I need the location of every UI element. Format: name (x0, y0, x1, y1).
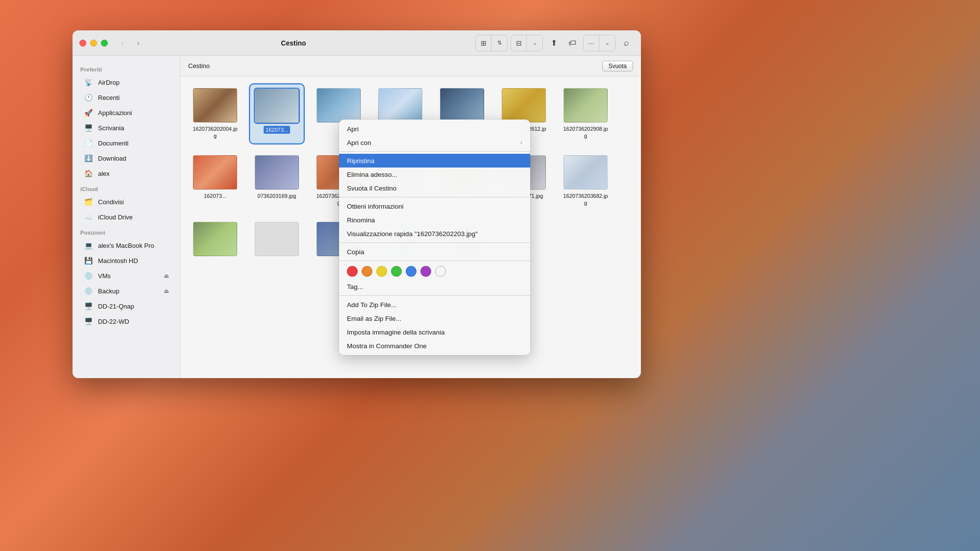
sidebar-item-label-scrivania: Scrivania (98, 124, 124, 132)
file-name: 162073... (204, 192, 226, 199)
file-thumbnail (193, 88, 237, 122)
file-thumbnail (317, 88, 361, 122)
sidebar-item-download[interactable]: ⬇️ Download (75, 151, 177, 166)
more-button[interactable]: ··· (584, 35, 599, 51)
file-name: 162073... (264, 126, 290, 134)
backup-icon: 💿 (83, 286, 93, 296)
sidebar-item-documenti[interactable]: 📄 Documenti (75, 136, 177, 150)
color-dot-yellow[interactable] (376, 266, 387, 277)
cm-separator (339, 197, 530, 197)
color-dot-orange[interactable] (362, 266, 372, 277)
file-thumbnail (502, 88, 546, 122)
file-thumbnail (564, 88, 608, 122)
view-toggle-group: ⊞ ⇅ (475, 35, 508, 51)
file-item[interactable] (188, 218, 242, 263)
minimize-button[interactable] (90, 40, 97, 47)
airdrop-icon: 📡 (83, 77, 93, 87)
vms-eject-icon[interactable]: ⏏ (164, 272, 169, 279)
cm-item-ottieni[interactable]: Ottieni informazioni (339, 199, 530, 213)
backup-eject-icon[interactable]: ⏏ (164, 287, 169, 294)
back-button[interactable]: ‹ (116, 36, 129, 50)
sidebar-item-label-applicazioni: Applicazioni (98, 109, 132, 117)
cm-item-visualizza[interactable]: Visualizzazione rapida "1620736202203.jp… (339, 227, 530, 240)
window-title: Cestino (151, 39, 436, 47)
sidebar-item-label-backup: Backup (98, 287, 119, 295)
group-sort-button[interactable]: ⌄ (527, 35, 542, 51)
sidebar-item-airdrop[interactable]: 📡 AirDrop (75, 75, 177, 90)
color-dot-none[interactable] (435, 266, 446, 277)
sidebar-item-dd22[interactable]: 🖥️ DD-22-WD (75, 314, 177, 329)
icloud-drive-icon: ☁️ (83, 212, 93, 222)
cm-item-svuota[interactable]: Svuota il Cestino (339, 181, 530, 195)
cm-item-ripristina[interactable]: Ripristina (339, 154, 530, 168)
file-item-selected[interactable]: 162073... (250, 84, 304, 144)
cm-item-copia[interactable]: Copia (339, 245, 530, 259)
tag-button[interactable]: 🏷 (564, 35, 580, 51)
cm-item-rinomina[interactable]: Rinomina (339, 213, 530, 227)
view-sort-button[interactable]: ⇅ (491, 35, 507, 51)
sidebar-item-label-documenti: Documenti (98, 140, 128, 147)
forward-button[interactable]: › (131, 36, 145, 50)
cm-separator (339, 151, 530, 152)
cm-item-add-zip[interactable]: Add To Zip File... (339, 298, 530, 311)
file-thumbnail (564, 155, 608, 190)
file-item[interactable]: 1620736202908.jpg (559, 84, 612, 144)
sidebar-item-scrivania[interactable]: 🖥️ Scrivania (75, 120, 177, 135)
file-thumbnail (255, 89, 299, 123)
file-item[interactable]: 0736203169.jpg (250, 151, 304, 211)
file-toolbar: Cestino Svuota (180, 56, 641, 76)
cm-item-apri-con[interactable]: Apri con › (339, 136, 530, 149)
color-dot-purple[interactable] (420, 266, 431, 277)
cm-item-tag[interactable]: Tag... (339, 280, 530, 293)
traffic-lights (79, 40, 108, 47)
file-item[interactable]: 1620736202004.jpg (188, 84, 242, 144)
group-button[interactable]: ⊟ (511, 35, 527, 51)
cm-item-apri[interactable]: Apri (339, 122, 530, 136)
sidebar-item-label-vms: VMs (98, 272, 111, 280)
color-dot-blue[interactable] (406, 266, 416, 277)
sidebar-item-vms[interactable]: 💿 VMs ⏏ (75, 268, 177, 283)
sidebar-item-macintosh-hd[interactable]: 💾 Macintosh HD (75, 253, 177, 268)
condivisi-icon: 🗂️ (83, 197, 93, 207)
sidebar-item-backup[interactable]: 💿 Backup ⏏ (75, 284, 177, 298)
recenti-icon: 🕐 (83, 93, 93, 102)
group-view-group: ⊟ ⌄ (511, 35, 543, 51)
cm-item-mostra[interactable]: Mostra in Commander One (339, 339, 530, 353)
color-dot-red[interactable] (347, 266, 358, 277)
file-thumbnail (193, 155, 237, 190)
sidebar-item-macbook[interactable]: 💻 alex's MacBook Pro (75, 238, 177, 253)
dd22-icon: 🖥️ (83, 316, 93, 326)
documenti-icon: 📄 (83, 138, 93, 148)
toolbar-right: ⊞ ⇅ ⊟ ⌄ ⬆ 🏷 ··· ⌄ ⌕ (475, 35, 634, 51)
share-button[interactable]: ⬆ (546, 35, 562, 51)
svuota-button[interactable]: Svuota (602, 61, 633, 72)
icon-view-button[interactable]: ⊞ (476, 35, 491, 51)
file-thumbnail (255, 222, 299, 256)
file-name: 0736203169.jpg (258, 192, 296, 199)
sidebar-item-dd21[interactable]: 🖥️ DD-21-Qnap (75, 299, 177, 313)
file-name: 1620736202004.jpg (192, 125, 238, 140)
file-name: 1620736203682.jpg (563, 192, 609, 207)
file-item[interactable]: 162073... (188, 151, 242, 211)
fullscreen-button[interactable] (101, 40, 108, 47)
more-sort-button[interactable]: ⌄ (599, 35, 615, 51)
file-item[interactable]: 1620736203682.jpg (559, 151, 612, 211)
sidebar-item-label-icloud-drive: iCloud Drive (98, 214, 133, 221)
close-button[interactable] (79, 40, 86, 47)
titlebar: ‹ › Cestino ⊞ ⇅ ⊟ ⌄ ⬆ 🏷 ··· ⌄ ⌕ (73, 30, 641, 56)
file-item[interactable] (250, 218, 304, 263)
file-path-label: Cestino (188, 62, 210, 70)
sidebar-item-alex[interactable]: 🏠 alex (75, 166, 177, 181)
cm-item-imposta[interactable]: Imposta immagine della scrivania (339, 325, 530, 339)
sidebar-item-recenti[interactable]: 🕐 Recenti (75, 90, 177, 105)
cm-item-email-zip[interactable]: Email as Zip File... (339, 311, 530, 325)
color-dot-green[interactable] (391, 266, 402, 277)
search-button[interactable]: ⌕ (618, 35, 634, 51)
cm-item-elimina[interactable]: Elimina adesso... (339, 168, 530, 181)
sidebar-item-applicazioni[interactable]: 🚀 Applicazioni (75, 105, 177, 120)
sidebar-item-condivisi[interactable]: 🗂️ Condivisi (75, 194, 177, 209)
finder-window: ‹ › Cestino ⊞ ⇅ ⊟ ⌄ ⬆ 🏷 ··· ⌄ ⌕ Preferit (73, 30, 641, 378)
more-group: ··· ⌄ (583, 35, 615, 51)
macbook-icon: 💻 (83, 240, 93, 250)
sidebar-item-icloud-drive[interactable]: ☁️ iCloud Drive (75, 210, 177, 224)
